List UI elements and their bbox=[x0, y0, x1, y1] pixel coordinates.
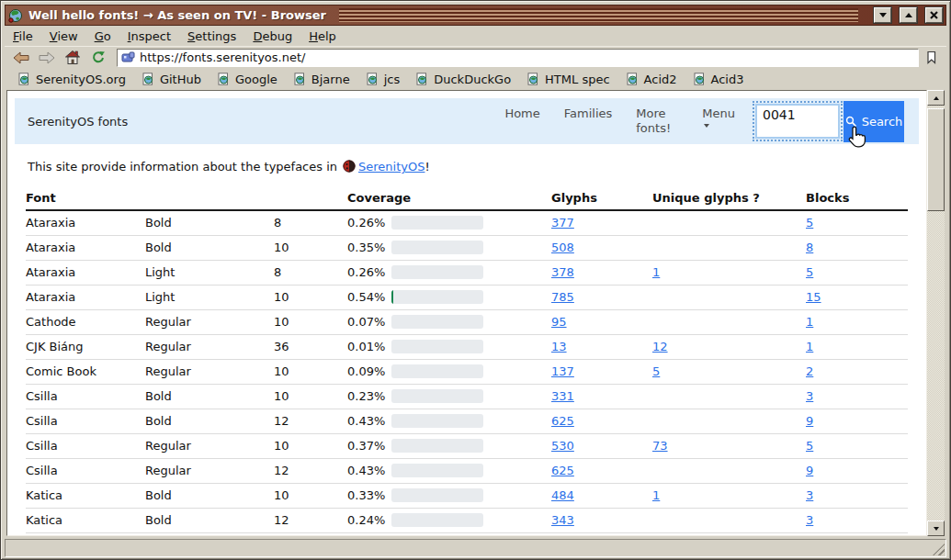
cell-unique-glyphs bbox=[652, 458, 806, 483]
page-globe-icon bbox=[527, 73, 539, 85]
cell-coverage-bar bbox=[391, 409, 551, 433]
bookmarks-bar: SerenityOS.org GitHub Google bbox=[5, 69, 946, 89]
blocks-link[interactable]: 2 bbox=[806, 364, 813, 378]
globe-icon bbox=[8, 8, 23, 23]
glyphs-link[interactable]: 331 bbox=[551, 389, 574, 403]
maximize-button[interactable] bbox=[900, 7, 917, 23]
cell-font-name: Ataraxia bbox=[26, 235, 145, 260]
cell-weight: Light bbox=[145, 285, 274, 309]
bookmark-item[interactable]: jcs bbox=[358, 73, 409, 86]
bookmark-item[interactable]: Bjarne bbox=[286, 73, 358, 86]
bookmark-flag-icon bbox=[925, 50, 937, 64]
menu-item[interactable]: Go bbox=[86, 29, 119, 43]
nav-link-home[interactable]: Home bbox=[504, 106, 539, 121]
menu-item[interactable]: Debug bbox=[244, 29, 300, 43]
minimize-button[interactable] bbox=[874, 7, 891, 23]
menu-item[interactable]: Help bbox=[300, 29, 345, 43]
unique-glyphs-link[interactable]: 73 bbox=[652, 439, 668, 453]
cell-coverage-bar bbox=[391, 334, 551, 359]
cell-size: 36 bbox=[274, 334, 347, 359]
unique-glyphs-link[interactable]: 12 bbox=[652, 340, 668, 353]
cell-unique-glyphs bbox=[652, 285, 806, 309]
cell-glyphs: 95 bbox=[551, 309, 652, 334]
bookmark-item[interactable]: DuckDuckGo bbox=[408, 73, 519, 86]
blocks-link[interactable]: 9 bbox=[806, 414, 813, 428]
nav-link-more-fonts[interactable]: More fonts! bbox=[636, 106, 678, 136]
nav-menu-dropdown[interactable]: Menu bbox=[702, 106, 735, 128]
glyphs-link[interactable]: 530 bbox=[551, 439, 574, 453]
reload-button[interactable] bbox=[85, 49, 111, 67]
blocks-link[interactable]: 5 bbox=[806, 216, 813, 230]
bookmark-item[interactable]: Acid2 bbox=[618, 73, 685, 86]
glyphs-link[interactable]: 625 bbox=[551, 464, 574, 477]
unique-glyphs-link[interactable]: 1 bbox=[652, 265, 660, 279]
glyphs-link[interactable]: 484 bbox=[551, 488, 574, 502]
glyphs-link[interactable]: 377 bbox=[551, 216, 574, 230]
navigation-toolbar bbox=[5, 46, 946, 68]
vertical-scrollbar[interactable] bbox=[927, 90, 945, 536]
menu-item[interactable]: View bbox=[41, 29, 86, 43]
blocks-link[interactable]: 1 bbox=[806, 340, 813, 353]
bookmark-item[interactable]: Google bbox=[209, 73, 286, 86]
scroll-up-button[interactable] bbox=[927, 90, 945, 106]
bookmark-item[interactable]: HTML spec bbox=[519, 73, 617, 86]
menu-item[interactable]: Inspect bbox=[119, 29, 179, 43]
glyphs-link[interactable]: 95 bbox=[551, 315, 567, 329]
header-unique-glyphs: Unique glyphs ? bbox=[652, 186, 806, 210]
close-button[interactable] bbox=[925, 7, 943, 23]
glyphs-link[interactable]: 785 bbox=[551, 290, 574, 304]
back-button[interactable] bbox=[8, 49, 34, 67]
search-input[interactable] bbox=[755, 104, 840, 139]
blocks-link[interactable]: 3 bbox=[806, 389, 813, 403]
search-button[interactable]: Search bbox=[843, 101, 904, 142]
blocks-link[interactable]: 5 bbox=[806, 265, 813, 279]
blocks-link[interactable]: 1 bbox=[806, 315, 813, 329]
cell-coverage-bar bbox=[391, 285, 551, 309]
glyphs-link[interactable]: 343 bbox=[551, 513, 574, 527]
cell-glyphs: 13 bbox=[551, 334, 652, 359]
cell-blocks: 5 bbox=[806, 433, 908, 458]
url-input[interactable] bbox=[140, 50, 914, 65]
header-coverage: Coverage bbox=[347, 186, 551, 210]
blocks-link[interactable]: 5 bbox=[806, 439, 813, 453]
cell-coverage-bar bbox=[391, 458, 551, 483]
scrollbar-thumb[interactable] bbox=[927, 108, 945, 211]
maximize-icon bbox=[905, 13, 912, 17]
blocks-link[interactable]: 3 bbox=[806, 488, 813, 502]
menu-item[interactable]: File bbox=[5, 29, 41, 43]
glyphs-link[interactable]: 625 bbox=[551, 414, 574, 428]
table-row: Katica Bold 12 0.24% 343 3 bbox=[26, 508, 908, 532]
search-icon bbox=[845, 116, 857, 128]
add-bookmark-button[interactable] bbox=[919, 48, 943, 68]
cell-blocks: 9 bbox=[806, 458, 908, 483]
cell-blocks: 3 bbox=[806, 483, 908, 508]
glyphs-link[interactable]: 508 bbox=[551, 241, 574, 254]
menu-item[interactable]: Settings bbox=[179, 29, 244, 43]
home-button[interactable] bbox=[60, 49, 85, 67]
site-title: SerenityOS fonts bbox=[28, 115, 128, 129]
blocks-link[interactable]: 8 bbox=[806, 241, 813, 254]
cell-glyphs: 625 bbox=[551, 409, 652, 433]
glyphs-link[interactable]: 378 bbox=[551, 265, 574, 279]
search-area: Search bbox=[755, 101, 904, 142]
scroll-down-button[interactable] bbox=[927, 521, 945, 536]
nav-link-families[interactable]: Families bbox=[564, 106, 613, 121]
unique-glyphs-link[interactable]: 1 bbox=[652, 488, 660, 502]
glyphs-link[interactable]: 13 bbox=[551, 340, 567, 353]
bookmark-item[interactable]: Acid3 bbox=[685, 73, 753, 86]
blocks-link[interactable]: 9 bbox=[806, 464, 813, 477]
serenityos-link[interactable]: SerenityOS bbox=[358, 160, 425, 174]
blocks-link[interactable]: 3 bbox=[806, 513, 813, 527]
url-bar[interactable] bbox=[117, 49, 919, 67]
title-bar[interactable]: Well hello fonts! → As seen on TV! - Bro… bbox=[5, 5, 946, 26]
close-icon bbox=[930, 11, 938, 19]
blocks-link[interactable]: 15 bbox=[806, 290, 821, 304]
unique-glyphs-link[interactable]: 5 bbox=[652, 364, 660, 378]
cell-font-name: Ataraxia bbox=[26, 285, 145, 309]
resize-grip[interactable] bbox=[933, 543, 945, 555]
bookmark-item[interactable]: GitHub bbox=[134, 73, 209, 86]
bookmark-item[interactable]: SerenityOS.org bbox=[10, 73, 134, 86]
cell-coverage-pct: 0.37% bbox=[347, 433, 391, 458]
glyphs-link[interactable]: 137 bbox=[551, 364, 574, 378]
forward-button[interactable] bbox=[34, 49, 60, 67]
